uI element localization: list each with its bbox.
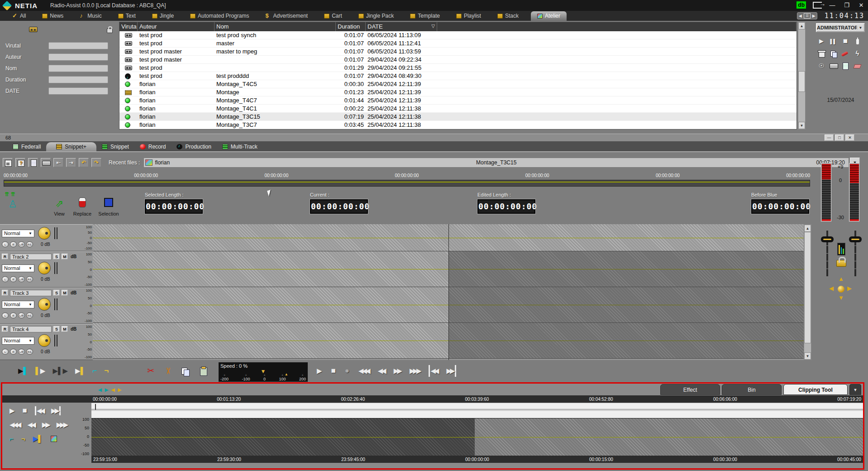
toolbar-icon[interactable]: [79, 158, 89, 167]
playback-button[interactable]: [429, 365, 437, 377]
mdi-minimize-button[interactable]: —: [825, 135, 834, 141]
fader-handle[interactable]: [821, 236, 834, 242]
jog-ball[interactable]: [838, 286, 844, 293]
toolbar-icon[interactable]: [3, 158, 13, 167]
user-selector[interactable]: ADMINISTRATOR ▼: [816, 23, 865, 32]
clip-next-icon[interactable]: ◀ ▶: [111, 387, 122, 392]
action-icon[interactable]: [841, 37, 850, 45]
action-icon[interactable]: [817, 49, 826, 58]
chevron-down-icon[interactable]: ▼: [857, 26, 864, 30]
fader-handle[interactable]: [849, 236, 862, 242]
minimize-button[interactable]: —: [828, 2, 836, 9]
toolbar-icon[interactable]: [91, 158, 101, 167]
replace-tool[interactable]: Replace: [71, 197, 94, 216]
editor-tab[interactable]: Snippet+: [46, 142, 96, 151]
action-icon[interactable]: [853, 49, 862, 58]
route-left-button[interactable]: L: [2, 241, 9, 247]
route-right-button[interactable]: R: [10, 276, 17, 282]
table-row[interactable]: florian Montage_T4C7 0:01:44 25/04/2024 …: [119, 96, 796, 105]
zoom-arrows-icon[interactable]: ⇈ ⇈: [5, 191, 15, 197]
clip-seek-button[interactable]: [42, 420, 49, 429]
route-rl-button[interactable]: R/L: [26, 312, 33, 318]
table-row[interactable]: florian Montage_T3C15 0:07:19 25/04/2024…: [119, 113, 796, 121]
jog-right-icon[interactable]: ▶: [847, 285, 852, 292]
track-solo-button[interactable]: S: [53, 290, 60, 296]
route-right-button[interactable]: R: [10, 312, 17, 318]
clip-playback-button[interactable]: [35, 406, 43, 415]
table-row[interactable]: florian Montage_T4C5 0:00:30 25/04/2024 …: [119, 80, 796, 88]
edit-button[interactable]: [164, 365, 172, 377]
scroll-left-icon[interactable]: ◀: [799, 14, 802, 18]
fader-right[interactable]: [854, 230, 856, 276]
editor-tab[interactable]: Snippet: [96, 142, 134, 151]
clip-tab[interactable]: Bin: [722, 384, 782, 395]
column-header-nom[interactable]: Nom: [215, 22, 336, 31]
route-rl-button[interactable]: R/L: [26, 349, 33, 355]
action-icon[interactable]: [853, 37, 862, 45]
scroll-down-icon[interactable]: ▼: [804, 352, 811, 360]
media-type-icon[interactable]: [42, 25, 50, 33]
module-tab[interactable]: Playlist: [452, 11, 485, 21]
track-record-button[interactable]: R: [2, 290, 8, 296]
gain-knob[interactable]: [38, 262, 51, 274]
waveform-lanes[interactable]: [93, 224, 804, 360]
current-file-field[interactable]: florian Montage_T3C15 00:07:19:20: [143, 158, 849, 168]
action-icon[interactable]: [817, 62, 826, 70]
clip-playback-button[interactable]: [51, 406, 61, 415]
track-scrollbar[interactable]: ▲ ▼: [804, 224, 811, 360]
module-tab[interactable]: News: [38, 11, 67, 21]
route-lr-button[interactable]: L/R: [18, 312, 25, 318]
fader-left[interactable]: [826, 230, 828, 276]
table-row[interactable]: test prod test prod synch 0:01:07 06/05/…: [119, 31, 796, 39]
scroll-up-icon[interactable]: ▲: [804, 225, 811, 232]
mark-transport-button[interactable]: [52, 365, 68, 377]
table-row[interactable]: florian Montage_T3C7 0:03:45 25/04/2024 …: [119, 121, 796, 129]
media-type-icon[interactable]: [67, 25, 76, 33]
restore-button[interactable]: ❐: [843, 2, 851, 9]
playhead-cursor[interactable]: [448, 224, 449, 360]
filter-input[interactable]: [48, 53, 108, 61]
clip-mark-button[interactable]: [33, 434, 43, 443]
filter-input[interactable]: [48, 65, 108, 72]
speaker-icon[interactable]: ♙: [8, 198, 17, 210]
column-header-date[interactable]: DATE ▽: [366, 22, 437, 31]
filter-funnel-icon[interactable]: ▽: [431, 24, 435, 29]
action-icon[interactable]: [841, 62, 850, 70]
gain-knob[interactable]: [38, 334, 51, 347]
track-name-field[interactable]: Track 2: [10, 254, 52, 260]
clip-nav-arrows[interactable]: ◀ ▶ ◀ ▶: [98, 387, 122, 392]
module-tab[interactable]: Cart: [320, 11, 346, 21]
column-header-auteur[interactable]: Auteur: [138, 22, 215, 31]
clip-seek-button[interactable]: [57, 420, 67, 429]
clip-playback-button[interactable]: [23, 406, 27, 415]
clip-overview-strip[interactable]: [91, 403, 863, 418]
scrollbar-thumb[interactable]: [804, 232, 811, 343]
module-tab[interactable]: Music: [76, 11, 105, 21]
module-tab[interactable]: Template: [406, 11, 444, 21]
editor-tab[interactable]: Record: [134, 142, 172, 151]
table-row[interactable]: test prod test prodddd 0:01:07 29/04/202…: [119, 72, 796, 80]
edit-button[interactable]: [200, 367, 208, 376]
gain-knob[interactable]: [38, 227, 51, 240]
track-mute-button[interactable]: M: [62, 254, 68, 260]
action-icon[interactable]: [829, 62, 838, 70]
mark-transport-button[interactable]: [18, 365, 28, 377]
table-row[interactable]: test prod 0:01:29 29/04/2024 09:21:55: [119, 64, 796, 72]
action-icon[interactable]: [817, 37, 826, 45]
toolbar-icon[interactable]: [41, 158, 51, 167]
action-icon[interactable]: [853, 62, 862, 70]
action-icon[interactable]: [829, 49, 838, 58]
exit-icon[interactable]: [813, 2, 822, 9]
media-type-icon[interactable]: [54, 25, 63, 33]
toolbar-icon[interactable]: [66, 158, 76, 167]
toolbar-icon[interactable]: [15, 158, 25, 167]
clip-seek-button[interactable]: [10, 420, 20, 429]
track-mode-select[interactable]: Normal ▼: [2, 301, 34, 308]
track-mute-button[interactable]: M: [62, 290, 68, 296]
media-type-icon[interactable]: [80, 25, 88, 33]
column-header-viruta[interactable]: Viruta: [119, 22, 138, 31]
route-left-button[interactable]: L: [2, 349, 9, 355]
editor-tab[interactable]: Production: [171, 142, 216, 151]
playback-button[interactable]: [394, 365, 401, 377]
track-name-field[interactable]: Track 3: [10, 290, 52, 296]
